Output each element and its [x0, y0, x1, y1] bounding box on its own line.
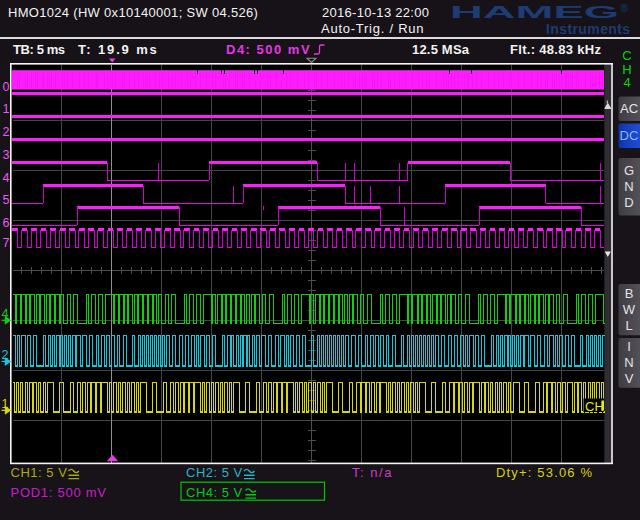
svg-text:2016-10-13 22:00: 2016-10-13 22:00	[322, 5, 429, 20]
svg-text:Flt.: 48.83 kHz: Flt.: 48.83 kHz	[510, 42, 602, 57]
svg-text:6: 6	[3, 216, 10, 230]
svg-text:V: V	[625, 371, 634, 386]
svg-text:CH1: 5 V: CH1: 5 V	[11, 465, 68, 480]
svg-text:T: 19.9 ms: T: 19.9 ms	[78, 42, 159, 57]
svg-text:CH: CH	[585, 399, 604, 414]
svg-text:TB: 5 ms: TB: 5 ms	[13, 42, 65, 57]
svg-text:4: 4	[623, 75, 630, 90]
svg-text:4: 4	[3, 171, 10, 185]
svg-text:D4: 500 mV: D4: 500 mV	[226, 42, 311, 57]
svg-text:HMO1024 (HW 0x10140001; SW 04.: HMO1024 (HW 0x10140001; SW 04.526)	[8, 5, 258, 20]
svg-text:N: N	[624, 179, 633, 194]
svg-text:Dty+: 53.06 %: Dty+: 53.06 %	[496, 465, 593, 480]
svg-text:12.5 MSa: 12.5 MSa	[412, 42, 470, 57]
svg-text:W: W	[623, 302, 636, 317]
svg-text:5: 5	[3, 193, 10, 207]
svg-text:N: N	[624, 355, 633, 370]
svg-text:1: 1	[3, 102, 10, 116]
svg-text:DC: DC	[620, 128, 639, 143]
svg-text:L: L	[625, 318, 632, 333]
svg-text:0: 0	[3, 80, 10, 94]
svg-text:Instruments: Instruments	[546, 21, 631, 37]
svg-text:B: B	[625, 286, 634, 301]
svg-text:3: 3	[3, 148, 10, 162]
svg-text:HAMEG: HAMEG	[450, 3, 619, 22]
svg-text:Auto-Trig. / Run: Auto-Trig. / Run	[321, 21, 424, 36]
svg-text:AC: AC	[620, 101, 638, 116]
svg-text:T: n/a: T: n/a	[352, 465, 393, 480]
svg-text:7: 7	[3, 236, 10, 250]
svg-text:CH2: 5 V: CH2: 5 V	[186, 465, 243, 480]
svg-text:I: I	[627, 339, 631, 354]
svg-text:2: 2	[3, 125, 10, 139]
svg-text:POD1: 500 mV: POD1: 500 mV	[11, 485, 107, 500]
svg-text:®: ®	[621, 3, 629, 14]
svg-text:CH4: 5 V: CH4: 5 V	[186, 485, 243, 500]
svg-text:G: G	[624, 163, 634, 178]
svg-text:D: D	[624, 195, 633, 210]
